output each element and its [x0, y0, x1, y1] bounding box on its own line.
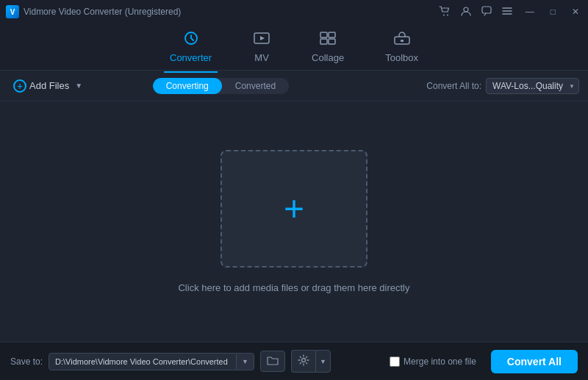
cart-icon[interactable]: [439, 6, 451, 18]
format-select[interactable]: WAV-Los...Quality: [486, 78, 579, 94]
tab-toolbox[interactable]: Toolbox: [379, 28, 424, 66]
converted-tab-button[interactable]: Converted: [222, 78, 289, 94]
add-files-dropdown-button[interactable]: ▼: [74, 79, 84, 93]
toolbox-icon: [393, 31, 411, 49]
maximize-button[interactable]: □: [548, 5, 559, 18]
add-files-label: Add Files: [29, 80, 69, 91]
app-title: Vidmore Video Converter (Unregistered): [24, 7, 181, 17]
tab-mv-label: MV: [254, 52, 269, 63]
convert-all-to-label: Convert All to:: [426, 81, 481, 91]
tab-converter[interactable]: Converter: [164, 28, 218, 66]
svg-rect-15: [401, 40, 404, 42]
app-logo: V: [6, 5, 19, 18]
settings-button-wrapper: ▼: [291, 350, 331, 373]
merge-checkbox-area: Merge into one file: [390, 356, 476, 367]
add-files-circle-icon: +: [13, 79, 26, 93]
open-folder-button[interactable]: [260, 351, 285, 372]
add-media-icon: +: [284, 191, 304, 226]
drop-hint-text: Click here to add media files or drag th…: [178, 282, 409, 293]
svg-point-0: [443, 14, 445, 15]
settings-dropdown-button[interactable]: ▼: [315, 350, 331, 373]
chat-icon[interactable]: [481, 6, 492, 18]
save-path-input[interactable]: [49, 354, 236, 370]
tab-toolbox-label: Toolbox: [385, 52, 418, 63]
tab-converter-label: Converter: [170, 52, 212, 63]
svg-rect-3: [482, 7, 491, 13]
svg-point-2: [464, 7, 468, 12]
convert-all-to-area: Convert All to: WAV-Los...Quality: [426, 78, 579, 94]
svg-marker-9: [260, 36, 265, 40]
path-input-wrapper: ▼: [49, 353, 254, 370]
main-content: + Click here to add media files or drag …: [0, 101, 588, 342]
settings-button[interactable]: [291, 350, 315, 373]
minimize-button[interactable]: —: [523, 5, 537, 18]
toolbar: + Add Files ▼ Converting Converted Conve…: [0, 71, 588, 101]
title-bar-left: V Vidmore Video Converter (Unregistered): [6, 5, 181, 18]
svg-point-1: [447, 14, 448, 15]
nav-tabs: Converter MV Collage: [0, 24, 588, 71]
title-bar-right: — □ ✕: [439, 5, 582, 18]
svg-rect-10: [320, 32, 327, 37]
converter-icon: [182, 31, 200, 49]
merge-checkbox[interactable]: [390, 356, 400, 367]
svg-rect-12: [320, 39, 327, 44]
merge-label: Merge into one file: [404, 356, 476, 367]
save-to-label: Save to:: [10, 356, 43, 367]
converting-tab-button[interactable]: Converting: [153, 78, 222, 94]
drop-zone[interactable]: +: [220, 150, 368, 268]
tab-collage[interactable]: Collage: [306, 28, 350, 66]
collage-icon: [319, 31, 337, 49]
svg-point-16: [302, 359, 306, 362]
title-bar: V Vidmore Video Converter (Unregistered): [0, 0, 588, 24]
add-files-button[interactable]: + Add Files: [9, 76, 74, 96]
mode-toggle: Converting Converted: [153, 78, 289, 94]
user-icon[interactable]: [461, 6, 471, 18]
menu-icon[interactable]: [502, 6, 512, 18]
mv-icon: [253, 31, 270, 49]
bottom-bar: Save to: ▼ ▼ Merge into one file Convert…: [0, 342, 588, 380]
close-button[interactable]: ✕: [569, 5, 582, 18]
tab-mv[interactable]: MV: [247, 28, 276, 66]
tab-collage-label: Collage: [312, 52, 344, 63]
convert-all-button[interactable]: Convert All: [491, 350, 578, 373]
path-dropdown-button[interactable]: ▼: [236, 354, 254, 369]
svg-rect-11: [329, 32, 335, 37]
format-select-wrapper: WAV-Los...Quality: [486, 78, 579, 94]
svg-rect-13: [329, 39, 335, 44]
